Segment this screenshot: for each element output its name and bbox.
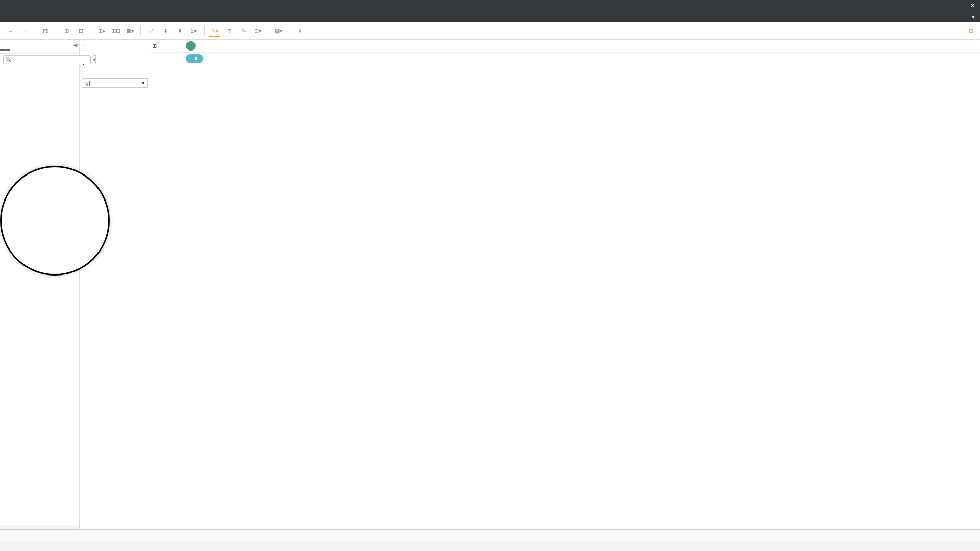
- titlebar: ×: [0, 0, 980, 11]
- back-button[interactable]: ←: [4, 25, 16, 37]
- presentation-button[interactable]: ▦▾: [273, 25, 285, 37]
- data-tab[interactable]: [0, 40, 10, 51]
- totals-button[interactable]: Σ▾: [188, 25, 200, 37]
- fields-list: [0, 66, 79, 525]
- fit-button[interactable]: ⊡▾: [252, 25, 264, 37]
- forward-button[interactable]: →: [18, 25, 31, 37]
- search-input[interactable]: [3, 55, 91, 64]
- bar-chart: [211, 72, 960, 514]
- clear-button[interactable]: ⊠▾: [124, 25, 136, 37]
- pause-button[interactable]: ⊟: [75, 25, 87, 37]
- parameters-header: [0, 525, 79, 529]
- sort-desc-button[interactable]: ⬍: [174, 25, 186, 37]
- marks-shelf[interactable]: ⌄: [82, 71, 148, 78]
- magnifier-overlay: [0, 166, 110, 276]
- pages-shelf[interactable]: ⌄: [82, 42, 148, 48]
- toolbar: ← → 🖫 ⊞ ⊟ ⊞▸ ⊞⊞ ⊠▾ ⇄ ⬍ ⬍ Σ▾ ✎▾ T ✎ ⊡▾ ▦▾…: [0, 22, 980, 40]
- highlight-button[interactable]: ✎▾: [209, 25, 221, 37]
- format-button[interactable]: ✎: [237, 25, 250, 37]
- status-bar: [0, 542, 980, 551]
- mark-type-select[interactable]: 📊 ▾: [82, 78, 148, 88]
- shelves-pane: ⌄ ⌄ ⌄ 📊 ▾: [80, 40, 150, 529]
- collapse-pane-icon[interactable]: ◀: [73, 42, 77, 48]
- rows-pill[interactable]: ⬍: [186, 54, 203, 63]
- save-button[interactable]: 🖫: [39, 25, 52, 37]
- close-icon[interactable]: ×: [970, 1, 975, 10]
- download-button[interactable]: ⇩: [293, 25, 306, 37]
- new-datasource-button[interactable]: ⊞: [60, 25, 72, 37]
- showme-icon: ⊞: [969, 28, 973, 34]
- viz-pane: ⊞ ≡ ⬍: [150, 40, 980, 529]
- columns-shelf-label: ⊞: [152, 43, 183, 49]
- columns-pill[interactable]: [186, 41, 196, 51]
- rows-shelf-label: ≡: [152, 56, 183, 62]
- search-icon: 🔍: [5, 57, 11, 62]
- label-button[interactable]: T: [223, 25, 235, 37]
- sheet-tabs: [0, 529, 980, 542]
- chart-area[interactable]: [150, 72, 980, 529]
- new-worksheet-button[interactable]: ⊞▸: [95, 25, 108, 37]
- viz-title: [150, 65, 980, 72]
- user-menu[interactable]: ▾: [972, 13, 975, 20]
- menubar: ▾: [0, 11, 980, 22]
- duplicate-button[interactable]: ⊞⊞: [110, 25, 122, 37]
- filters-shelf[interactable]: ⌄: [82, 60, 148, 67]
- showme-button[interactable]: ⊞: [969, 28, 976, 34]
- sort-asc-button[interactable]: ⬍: [159, 25, 172, 37]
- analytics-tab[interactable]: [10, 40, 20, 51]
- swap-button[interactable]: ⇄: [145, 25, 157, 37]
- data-pane: ◀ 🔍 ▾: [0, 40, 80, 529]
